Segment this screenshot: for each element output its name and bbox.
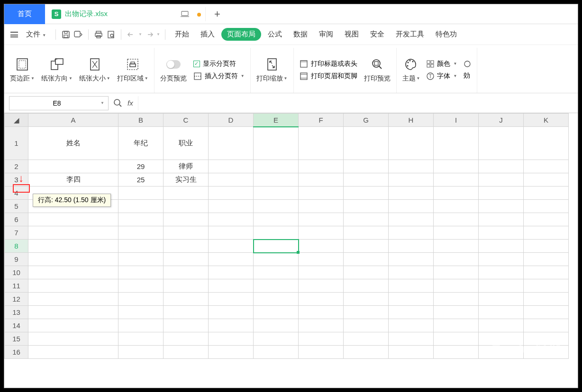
cell[interactable] [254, 346, 299, 359]
cell[interactable] [254, 240, 299, 253]
cell[interactable] [209, 226, 254, 240]
cell[interactable] [209, 346, 254, 359]
cell[interactable] [434, 213, 479, 226]
cell[interactable] [118, 187, 164, 200]
row-header[interactable]: 2 [5, 160, 28, 173]
cell[interactable] [479, 187, 524, 200]
cell[interactable] [479, 253, 524, 266]
cell[interactable] [209, 266, 254, 279]
menu-devtools[interactable]: 开发工具 [391, 27, 429, 42]
cell[interactable] [299, 187, 344, 200]
cell[interactable] [524, 346, 569, 359]
ribbon-print-scale[interactable]: 打印缩放▼ [256, 57, 288, 83]
row-header[interactable]: 7 [5, 226, 28, 240]
cell[interactable] [434, 346, 479, 359]
cell[interactable] [164, 332, 209, 346]
cell[interactable] [344, 346, 389, 359]
row-header[interactable]: 13 [5, 306, 28, 319]
cell[interactable] [299, 279, 344, 293]
cell[interactable] [209, 187, 254, 200]
cell[interactable] [164, 346, 209, 359]
cell[interactable] [389, 306, 434, 319]
cell[interactable]: 29 [118, 160, 164, 173]
cell[interactable] [344, 266, 389, 279]
cell[interactable]: 律师 [164, 160, 209, 173]
cell[interactable] [479, 293, 524, 306]
cell[interactable] [299, 306, 344, 319]
col-header[interactable]: A [28, 114, 118, 127]
cell[interactable] [254, 173, 299, 187]
cell[interactable] [344, 173, 389, 187]
cell[interactable] [254, 127, 299, 160]
cell[interactable] [479, 332, 524, 346]
tab-document[interactable]: S 出物记录.xlsx [45, 4, 114, 24]
row-header[interactable]: 10 [5, 266, 28, 279]
cell[interactable] [254, 200, 299, 213]
cell[interactable] [389, 187, 434, 200]
cell[interactable] [299, 213, 344, 226]
ribbon-margins[interactable]: 页边距▼ [10, 57, 35, 83]
cell[interactable] [164, 319, 209, 332]
menu-features[interactable]: 特色功 [431, 27, 462, 42]
cell[interactable] [344, 253, 389, 266]
cell[interactable] [524, 293, 569, 306]
ribbon-theme[interactable]: 主题▼ [402, 57, 420, 83]
cell[interactable] [118, 266, 164, 279]
save-icon[interactable] [61, 29, 71, 40]
cell[interactable] [344, 319, 389, 332]
new-tab-button[interactable]: + [205, 7, 229, 21]
print-preview-icon[interactable] [106, 29, 116, 40]
cell[interactable] [254, 319, 299, 332]
col-header[interactable]: E [254, 114, 299, 127]
cell[interactable]: 年纪 [118, 127, 164, 160]
cell[interactable] [344, 187, 389, 200]
cell[interactable] [164, 240, 209, 253]
cell[interactable] [344, 279, 389, 293]
cell[interactable] [389, 127, 434, 160]
cell[interactable] [344, 240, 389, 253]
cell[interactable] [28, 279, 118, 293]
cell[interactable] [524, 127, 569, 160]
cell[interactable] [389, 213, 434, 226]
cell[interactable] [299, 293, 344, 306]
cell[interactable] [389, 160, 434, 173]
cell[interactable] [344, 213, 389, 226]
cell[interactable] [254, 187, 299, 200]
cell[interactable] [118, 306, 164, 319]
row-header[interactable]: 14 [5, 319, 28, 332]
cell[interactable] [209, 332, 254, 346]
cell[interactable] [118, 346, 164, 359]
row-header[interactable]: 12 [5, 293, 28, 306]
cell[interactable] [344, 127, 389, 160]
row-header[interactable]: 15 [5, 332, 28, 346]
cell[interactable] [28, 266, 118, 279]
ribbon-fonts[interactable]: T 字体▼ [427, 72, 457, 80]
device-icon[interactable] [181, 11, 193, 18]
cell[interactable] [118, 213, 164, 226]
menu-review[interactable]: 审阅 [314, 27, 338, 42]
ribbon-show-page-breaks[interactable]: ✓ 显示分页符 [193, 60, 236, 68]
ribbon-insert-page-break[interactable]: 插入分页符▼ [193, 72, 245, 80]
ribbon-size[interactable]: 纸张大小▼ [79, 57, 110, 83]
cell[interactable]: 25 [118, 173, 164, 187]
ribbon-orientation[interactable]: 纸张方向▼ [41, 57, 73, 83]
cell[interactable] [479, 266, 524, 279]
row-header[interactable]: 8 [5, 240, 28, 253]
cell[interactable] [299, 346, 344, 359]
cell[interactable] [118, 293, 164, 306]
cell[interactable] [344, 200, 389, 213]
cell[interactable] [254, 332, 299, 346]
cell[interactable] [118, 279, 164, 293]
cell[interactable] [28, 253, 118, 266]
cell[interactable] [434, 293, 479, 306]
cell[interactable] [479, 213, 524, 226]
cell[interactable] [299, 127, 344, 160]
cell[interactable] [524, 160, 569, 173]
cell[interactable] [299, 319, 344, 332]
cell[interactable] [299, 253, 344, 266]
cell[interactable] [389, 293, 434, 306]
select-all-corner[interactable]: ◢ [5, 114, 28, 127]
cell[interactable] [479, 160, 524, 173]
col-header[interactable]: B [118, 114, 164, 127]
print-icon[interactable] [93, 29, 104, 40]
